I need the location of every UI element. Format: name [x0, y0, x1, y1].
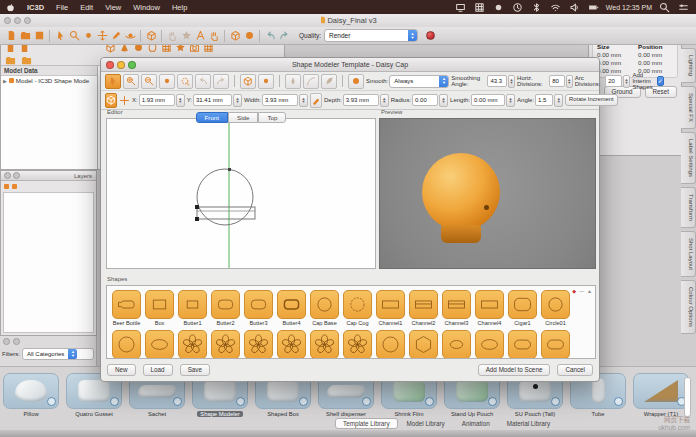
- paint-tool-button[interactable]: [310, 93, 322, 108]
- editor-tab-front[interactable]: Front: [196, 112, 228, 123]
- lasso-button[interactable]: [177, 74, 193, 89]
- shape-item[interactable]: [179, 330, 206, 359]
- add-model-to-scene-button[interactable]: Add Model to Scene: [478, 364, 551, 376]
- filters-dropdown[interactable]: All Categories ▲▼: [22, 348, 94, 360]
- shape-item[interactable]: [344, 330, 371, 359]
- cube-button[interactable]: [228, 29, 242, 43]
- shape-item-channel3[interactable]: Channel3: [443, 290, 470, 326]
- shape-tile[interactable]: [211, 330, 240, 359]
- shape-tile[interactable]: [442, 330, 471, 359]
- shape-item[interactable]: [410, 330, 437, 359]
- display-button[interactable]: [454, 0, 468, 14]
- template-thumbnail[interactable]: [3, 373, 59, 409]
- disclosure-icon[interactable]: ▶: [3, 78, 7, 84]
- arc-button[interactable]: [303, 74, 319, 89]
- layer-options-button[interactable]: [12, 184, 17, 189]
- hand-button[interactable]: [165, 29, 179, 43]
- collapse-icon[interactable]: —: [579, 288, 584, 294]
- shape-tile[interactable]: [112, 330, 141, 359]
- angle-field[interactable]: 1.5: [535, 94, 553, 106]
- length-field[interactable]: 0.00 mm: [471, 94, 505, 106]
- shape-tile[interactable]: [343, 290, 372, 319]
- redo-arrow-button[interactable]: [213, 74, 229, 89]
- apple-menu[interactable]: [0, 3, 21, 12]
- move-button[interactable]: [95, 29, 109, 43]
- quality-dropdown[interactable]: Render ▲▼: [324, 29, 418, 42]
- shape-tile[interactable]: [145, 290, 174, 319]
- stepper[interactable]: ▲▼: [623, 75, 631, 88]
- editor-canvas[interactable]: [106, 118, 376, 269]
- shape-tile[interactable]: [442, 290, 471, 319]
- library-tab-animation[interactable]: Animation: [454, 418, 498, 429]
- sphere-button[interactable]: [242, 29, 256, 43]
- shape-item[interactable]: [278, 330, 305, 359]
- library-scrollbar[interactable]: [684, 377, 691, 417]
- template-item-wrapper-t1-[interactable]: Wrapper (T1): [634, 373, 688, 417]
- text-button[interactable]: [193, 29, 207, 43]
- dock-tab-lighting[interactable]: Lighting: [681, 48, 696, 83]
- save-button[interactable]: [32, 29, 46, 43]
- star-button[interactable]: [179, 29, 193, 43]
- shape-item[interactable]: [146, 330, 173, 359]
- close-button[interactable]: [3, 338, 10, 345]
- menu-edit[interactable]: Edit: [74, 3, 99, 12]
- stepper[interactable]: ▲▼: [508, 75, 515, 88]
- shape-tile[interactable]: [178, 330, 207, 359]
- window-titlebar[interactable]: Daisy_Final v3: [0, 14, 696, 28]
- move-point-button[interactable]: [119, 93, 130, 107]
- shape-item[interactable]: [311, 330, 338, 359]
- width-field[interactable]: 3.93 mm: [262, 94, 298, 106]
- cube-button[interactable]: [144, 29, 158, 43]
- shape-item[interactable]: [443, 330, 470, 359]
- control-center-button[interactable]: [676, 0, 690, 14]
- shape-tile[interactable]: [541, 290, 570, 319]
- stepper[interactable]: ▲▼: [506, 94, 515, 107]
- feather-button[interactable]: [321, 74, 337, 89]
- cancel-button[interactable]: Cancel: [557, 364, 593, 376]
- menu-file[interactable]: File: [50, 3, 74, 12]
- library-tab-model-library[interactable]: Model Library: [399, 418, 453, 429]
- bluetooth-button[interactable]: [530, 0, 544, 14]
- y-field[interactable]: 31.41 mm: [193, 94, 232, 106]
- shape-tile[interactable]: [409, 290, 438, 319]
- arc-divisions-field[interactable]: 20: [605, 75, 622, 87]
- shape-tile[interactable]: [310, 330, 339, 359]
- shape-tile[interactable]: [211, 290, 240, 319]
- shape-tile[interactable]: [343, 330, 372, 359]
- horiz-divisions-field[interactable]: 80: [549, 75, 564, 87]
- shape-item-cigar1[interactable]: Cigar1: [509, 290, 536, 326]
- shape-item-butter3[interactable]: Butter3: [245, 290, 272, 326]
- redo-arrow-button[interactable]: [277, 29, 291, 43]
- dot-button[interactable]: [159, 74, 175, 89]
- detach-icon[interactable]: ◆: [572, 288, 576, 294]
- menu-help[interactable]: Help: [166, 3, 193, 12]
- stepper[interactable]: ▲▼: [380, 94, 389, 107]
- magnifier-button[interactable]: [67, 29, 81, 43]
- pencil-button[interactable]: [109, 29, 123, 43]
- stepper[interactable]: ▲▼: [554, 94, 563, 107]
- stepper[interactable]: ▲▼: [176, 94, 185, 107]
- shape-item-cap-base[interactable]: Cap Base: [311, 290, 338, 326]
- smooth-dropdown[interactable]: Always ▲▼: [389, 75, 449, 88]
- menu-clock[interactable]: Wed 12:35 PM: [606, 4, 652, 11]
- wifi-button[interactable]: [549, 0, 563, 14]
- hand-button[interactable]: [207, 29, 221, 43]
- menu-window[interactable]: Window: [127, 3, 166, 12]
- undo-arrow-button[interactable]: [263, 29, 277, 43]
- new-button[interactable]: New: [107, 364, 136, 376]
- layers-list[interactable]: [3, 192, 94, 333]
- model-tree-item[interactable]: ▶ Model - IC3D Shape Mode: [1, 76, 97, 85]
- shape-item-butter4[interactable]: Butter4: [278, 290, 305, 326]
- load-button[interactable]: Load: [143, 364, 173, 376]
- shape-tile[interactable]: [310, 290, 339, 319]
- stepper[interactable]: ▲▼: [299, 94, 308, 107]
- cursor-button[interactable]: [53, 29, 67, 43]
- shape-tile[interactable]: [112, 290, 141, 319]
- shape-item-butter2[interactable]: Butter2: [212, 290, 239, 326]
- menu-ic3d[interactable]: IC3D: [21, 3, 50, 12]
- shape-item-channel1[interactable]: Channel1: [377, 290, 404, 326]
- shape-tile[interactable]: [178, 290, 207, 319]
- smoothing-angle-field[interactable]: 43.3: [487, 75, 506, 87]
- shape-tool-button[interactable]: [105, 93, 117, 108]
- editor-tab-top[interactable]: Top: [258, 112, 286, 123]
